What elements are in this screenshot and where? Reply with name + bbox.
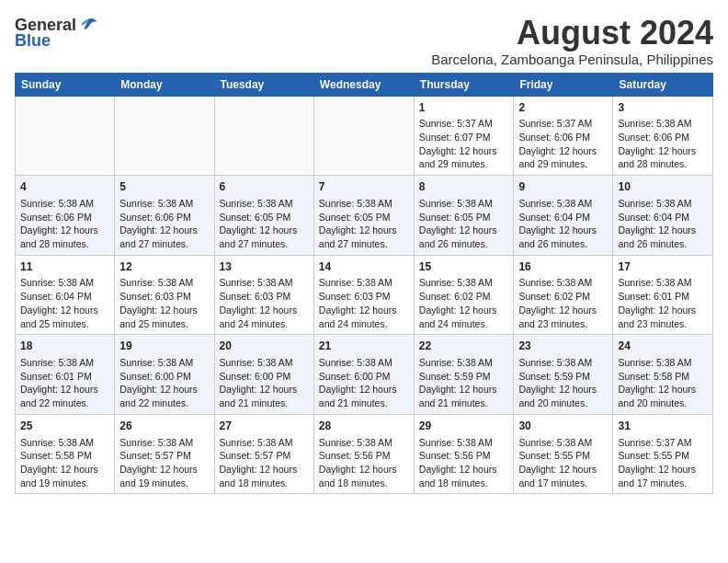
calendar-cell	[313, 96, 414, 176]
weekday-header-tuesday: Tuesday	[214, 73, 313, 96]
day-info-line: Sunset: 6:00 PM	[220, 370, 309, 384]
daylight-hours: and 26 minutes.	[419, 237, 509, 251]
day-number: 5	[119, 179, 209, 195]
calendar-cell: 14Sunrise: 5:38 AMSunset: 6:03 PMDayligh…	[313, 255, 414, 335]
day-info-line: Sunrise: 5:38 AM	[319, 436, 409, 450]
day-info-line: Daylight: 12 hours	[618, 463, 708, 477]
day-info-line: Sunset: 5:59 PM	[518, 370, 608, 384]
weekday-header-saturday: Saturday	[613, 73, 713, 96]
day-info-line: Daylight: 12 hours	[119, 383, 209, 396]
day-info-line: Sunset: 6:01 PM	[618, 290, 708, 304]
day-info-line: Daylight: 12 hours	[419, 463, 509, 477]
daylight-hours: and 29 minutes.	[518, 157, 608, 171]
day-info-line: Sunrise: 5:38 AM	[119, 276, 209, 290]
day-info-line: Sunrise: 5:38 AM	[618, 197, 708, 211]
day-info-line: Sunrise: 5:37 AM	[419, 117, 509, 131]
calendar-cell: 31Sunrise: 5:37 AMSunset: 5:55 PMDayligh…	[613, 414, 713, 494]
calendar-cell	[115, 96, 214, 176]
daylight-hours: and 29 minutes.	[419, 157, 509, 171]
day-number: 20	[220, 339, 309, 354]
daylight-hours: and 25 minutes.	[20, 317, 109, 331]
day-number: 27	[220, 419, 309, 434]
calendar-cell: 7Sunrise: 5:38 AMSunset: 6:05 PMDaylight…	[313, 176, 414, 256]
day-info-line: Sunset: 6:01 PM	[20, 370, 109, 384]
day-info-line: Daylight: 12 hours	[618, 144, 708, 158]
calendar-cell: 1Sunrise: 5:37 AMSunset: 6:07 PMDaylight…	[414, 96, 514, 176]
title-area: August 2024 Barcelona, Zamboanga Peninsu…	[431, 15, 713, 67]
day-info-line: Daylight: 12 hours	[20, 383, 109, 396]
day-info-line: Daylight: 12 hours	[319, 383, 409, 396]
day-info-line: Sunset: 6:04 PM	[618, 211, 708, 224]
day-info-line: Sunrise: 5:38 AM	[618, 356, 708, 370]
day-info-line: Sunset: 5:59 PM	[419, 370, 509, 384]
daylight-hours: and 28 minutes.	[618, 157, 708, 171]
day-number: 26	[119, 419, 209, 434]
daylight-hours: and 21 minutes.	[419, 396, 509, 410]
daylight-hours: and 18 minutes.	[419, 477, 509, 490]
day-number: 24	[618, 339, 708, 354]
calendar-week-row-5: 25Sunrise: 5:38 AMSunset: 5:58 PMDayligh…	[16, 414, 713, 494]
calendar-cell: 29Sunrise: 5:38 AMSunset: 5:56 PMDayligh…	[414, 414, 514, 494]
day-info-line: Sunrise: 5:38 AM	[419, 197, 509, 211]
calendar-cell: 9Sunrise: 5:38 AMSunset: 6:04 PMDaylight…	[514, 176, 613, 256]
calendar-table: SundayMondayTuesdayWednesdayThursdayFrid…	[15, 73, 713, 495]
day-number: 22	[419, 339, 509, 354]
day-number: 2	[518, 100, 608, 116]
day-info-line: Sunrise: 5:38 AM	[119, 356, 209, 370]
day-info-line: Sunrise: 5:38 AM	[518, 276, 608, 290]
day-info-line: Sunset: 6:03 PM	[220, 290, 309, 304]
day-info-line: Sunrise: 5:38 AM	[119, 436, 209, 450]
calendar-cell: 19Sunrise: 5:38 AMSunset: 6:00 PMDayligh…	[115, 335, 214, 415]
day-number: 7	[319, 179, 409, 195]
day-number: 12	[119, 259, 209, 275]
day-info-line: Sunrise: 5:38 AM	[319, 276, 409, 290]
day-info-line: Daylight: 12 hours	[618, 224, 708, 237]
daylight-hours: and 24 minutes.	[419, 317, 509, 331]
day-number: 1	[419, 100, 509, 116]
daylight-hours: and 22 minutes.	[119, 396, 209, 410]
day-info-line: Sunrise: 5:38 AM	[518, 356, 608, 370]
calendar-cell: 20Sunrise: 5:38 AMSunset: 6:00 PMDayligh…	[214, 335, 313, 415]
day-info-line: Sunrise: 5:38 AM	[20, 197, 109, 211]
day-info-line: Sunrise: 5:38 AM	[618, 276, 708, 290]
calendar-cell: 16Sunrise: 5:38 AMSunset: 6:02 PMDayligh…	[514, 255, 613, 335]
day-info-line: Sunset: 6:05 PM	[419, 211, 509, 224]
day-number: 11	[20, 259, 109, 275]
calendar-cell: 10Sunrise: 5:38 AMSunset: 6:04 PMDayligh…	[613, 176, 713, 256]
day-info-line: Sunrise: 5:38 AM	[20, 436, 109, 450]
calendar-cell: 5Sunrise: 5:38 AMSunset: 6:06 PMDaylight…	[115, 176, 214, 256]
day-info-line: Sunrise: 5:38 AM	[220, 197, 309, 211]
day-info-line: Sunrise: 5:38 AM	[518, 436, 608, 450]
daylight-hours: and 17 minutes.	[518, 477, 608, 490]
day-info-line: Sunset: 6:04 PM	[518, 211, 608, 224]
day-info-line: Sunrise: 5:38 AM	[220, 356, 309, 370]
daylight-hours: and 20 minutes.	[618, 396, 708, 410]
calendar-week-row-1: 1Sunrise: 5:37 AMSunset: 6:07 PMDaylight…	[16, 96, 713, 176]
daylight-hours: and 28 minutes.	[20, 237, 109, 251]
day-info-line: Daylight: 12 hours	[220, 304, 309, 317]
day-info-line: Daylight: 12 hours	[419, 224, 509, 237]
daylight-hours: and 23 minutes.	[518, 317, 608, 331]
day-info-line: Sunrise: 5:38 AM	[20, 276, 109, 290]
day-number: 29	[419, 419, 509, 434]
day-number: 6	[220, 179, 309, 195]
day-info-line: Daylight: 12 hours	[220, 383, 309, 396]
day-info-line: Daylight: 12 hours	[518, 144, 608, 158]
calendar-cell	[16, 96, 115, 176]
weekday-header-row: SundayMondayTuesdayWednesdayThursdayFrid…	[16, 73, 713, 96]
day-info-line: Daylight: 12 hours	[618, 304, 708, 317]
day-info-line: Sunset: 6:02 PM	[419, 290, 509, 304]
calendar-cell: 22Sunrise: 5:38 AMSunset: 5:59 PMDayligh…	[414, 335, 514, 415]
calendar-cell	[214, 96, 313, 176]
calendar-cell: 30Sunrise: 5:38 AMSunset: 5:55 PMDayligh…	[514, 414, 613, 494]
day-number: 31	[618, 419, 708, 434]
day-info-line: Sunset: 6:00 PM	[119, 370, 209, 384]
calendar-cell: 26Sunrise: 5:38 AMSunset: 5:57 PMDayligh…	[115, 414, 214, 494]
day-info-line: Sunrise: 5:38 AM	[419, 436, 509, 450]
day-number: 15	[419, 259, 509, 275]
day-number: 4	[20, 179, 109, 195]
day-number: 3	[618, 100, 708, 116]
calendar-cell: 18Sunrise: 5:38 AMSunset: 6:01 PMDayligh…	[16, 335, 115, 415]
day-info-line: Sunset: 5:56 PM	[319, 449, 409, 463]
calendar-cell: 12Sunrise: 5:38 AMSunset: 6:03 PMDayligh…	[115, 255, 214, 335]
